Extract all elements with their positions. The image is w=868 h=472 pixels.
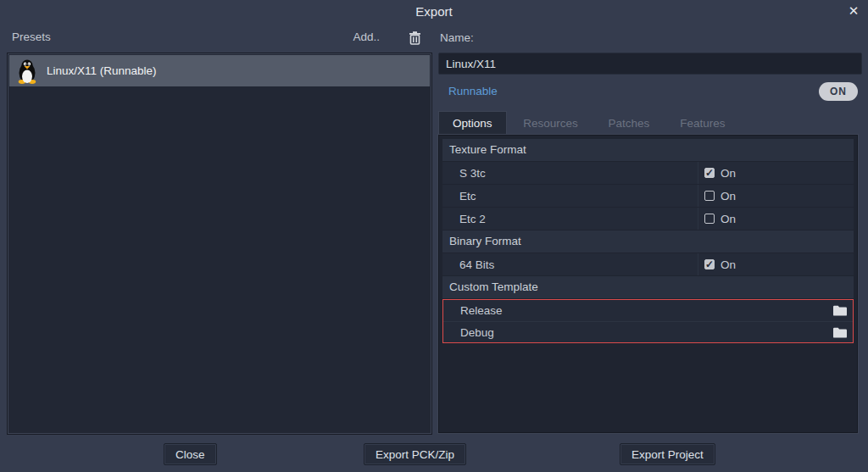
tab-features[interactable]: Features — [666, 112, 738, 136]
tab-patches[interactable]: Patches — [595, 112, 664, 136]
dialog-title-bar: Export ✕ — [0, 0, 868, 24]
add-preset-button[interactable]: Add.. — [353, 31, 380, 43]
checkbox-caption: On — [721, 167, 736, 180]
prop-row-etc2: Etc 2 On — [442, 208, 854, 230]
prop-label: Release — [443, 304, 697, 317]
checkbox-etc[interactable] — [704, 191, 715, 201]
runnable-toggle[interactable]: ON — [819, 82, 858, 101]
close-button[interactable]: Close — [164, 443, 217, 465]
checkbox-s3tc[interactable] — [704, 168, 715, 178]
runnable-label: Runnable — [448, 85, 498, 97]
dialog-title: Export — [0, 4, 868, 19]
prop-label: S 3tc — [442, 167, 698, 180]
presets-header: Presets Add.. — [7, 31, 432, 47]
prop-label: Debug — [443, 326, 697, 339]
prop-row-release: Release — [443, 300, 853, 321]
prop-label: Etc 2 — [442, 213, 698, 225]
custom-template-error-group: Release Debug — [442, 299, 854, 343]
folder-icon[interactable] — [833, 327, 847, 338]
preset-name-input[interactable] — [438, 53, 862, 75]
prop-row-debug: Debug — [443, 321, 853, 342]
export-project-button[interactable]: Export Project — [620, 443, 715, 465]
runnable-row: Runnable ON — [438, 81, 862, 103]
checkbox-etc2[interactable] — [704, 214, 715, 224]
folder-icon[interactable] — [833, 305, 847, 316]
section-header-custom-template: Custom Template — [442, 276, 854, 298]
prop-row-etc: Etc On — [442, 185, 854, 207]
close-icon[interactable]: ✕ — [845, 3, 862, 19]
checkbox-caption: On — [721, 213, 736, 225]
prop-row-64bits: 64 Bits On — [442, 253, 854, 275]
trash-icon — [409, 31, 421, 45]
prop-row-s3tc: S 3tc On — [442, 162, 854, 184]
tab-bar: Options Resources Patches Features — [438, 111, 858, 135]
section-header-texture-format: Texture Format — [442, 139, 854, 161]
preset-item-linux-x11[interactable]: Linux/X11 (Runnable) — [9, 55, 430, 86]
options-panel: Texture Format S 3tc On Etc On Etc 2 On … — [438, 135, 858, 433]
tab-options[interactable]: Options — [438, 111, 507, 135]
export-pck-zip-button[interactable]: Export PCK/Zip — [364, 443, 466, 465]
name-label: Name: — [440, 31, 474, 44]
presets-list: Linux/X11 (Runnable) — [7, 53, 432, 435]
checkbox-64bits[interactable] — [704, 259, 715, 269]
tab-resources[interactable]: Resources — [509, 112, 592, 136]
prop-label: Etc — [442, 190, 698, 203]
delete-preset-button[interactable] — [403, 27, 426, 49]
tux-penguin-icon — [16, 58, 38, 84]
preset-item-label: Linux/X11 (Runnable) — [47, 64, 157, 77]
prop-label: 64 Bits — [442, 258, 698, 271]
presets-label: Presets — [12, 31, 51, 43]
checkbox-caption: On — [721, 258, 736, 271]
checkbox-caption: On — [721, 190, 736, 203]
section-header-binary-format: Binary Format — [442, 230, 854, 253]
